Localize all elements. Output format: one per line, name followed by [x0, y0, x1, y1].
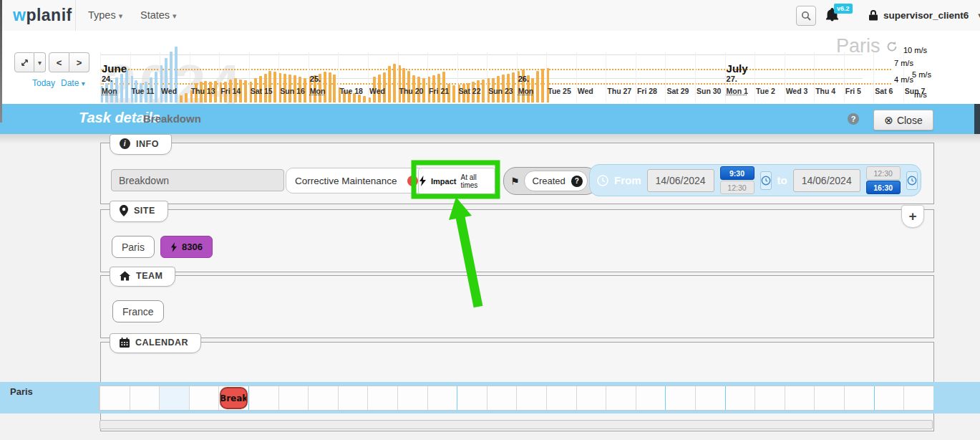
- calendar-day-cell[interactable]: [755, 386, 785, 410]
- day-label: Mon: [309, 87, 326, 95]
- calendar-day-cell[interactable]: [427, 386, 457, 410]
- horizontal-scrollbar[interactable]: [100, 420, 933, 429]
- task-type-field[interactable]: Corrective Maintenance: [286, 168, 426, 193]
- state-group: ⚑ Created ?: [503, 167, 598, 195]
- calendar-day-cell[interactable]: [844, 386, 874, 410]
- help-icon[interactable]: ?: [848, 113, 859, 125]
- to-time-end[interactable]: 16:30: [866, 181, 901, 194]
- task-name-input[interactable]: [111, 169, 284, 191]
- menu-types[interactable]: Types▾: [88, 0, 122, 31]
- expand-options-button[interactable]: ▾: [34, 52, 46, 72]
- day-label: Thu 27: [606, 87, 631, 95]
- calendar-day-cell[interactable]: Break: [218, 386, 248, 410]
- state-button[interactable]: Created ?: [524, 171, 588, 191]
- site-tab: SITE: [110, 201, 168, 222]
- expand-button[interactable]: [14, 52, 34, 72]
- date-link-label: Date: [61, 78, 79, 88]
- bolt-icon: [170, 242, 178, 252]
- map-pin-icon: [120, 205, 128, 216]
- refresh-icon[interactable]: [886, 41, 898, 52]
- previous-button[interactable]: <: [49, 52, 69, 72]
- calendar-day-cell[interactable]: [457, 386, 487, 410]
- team-chip-france[interactable]: France: [112, 300, 164, 322]
- main-content: i INFO Corrective Maintenance Impact At …: [0, 134, 980, 440]
- date-link[interactable]: Date ▾: [61, 78, 85, 88]
- impact-button[interactable]: Impact At all times: [418, 168, 495, 194]
- task-event-pill[interactable]: Break: [220, 387, 248, 409]
- close-button[interactable]: ⊗ Close: [873, 110, 933, 130]
- calendar-day-cell[interactable]: [516, 386, 546, 410]
- chevron-down-icon: ▾: [119, 11, 123, 20]
- home-icon: [120, 271, 130, 281]
- calendar-day-cell[interactable]: [338, 386, 368, 410]
- calendar-icon: [120, 338, 130, 348]
- calendar-day-cell[interactable]: [636, 386, 666, 410]
- timeline-days: June24.MonTue 11WedThu 13Fri 14Sat 15Sun…: [100, 31, 933, 104]
- calendar-day-cell[interactable]: [308, 386, 338, 410]
- calendar-day-cell[interactable]: [278, 386, 309, 410]
- day-label: Mon 1: [725, 87, 748, 95]
- to-time-start[interactable]: 12:30: [866, 166, 901, 180]
- to-time-picker-button[interactable]: [906, 171, 918, 190]
- calendar-day-cell[interactable]: [874, 386, 904, 410]
- lock-icon: [868, 9, 878, 21]
- team-tab-label: TEAM: [136, 271, 162, 281]
- next-button[interactable]: >: [69, 52, 89, 72]
- calendar-day-cell[interactable]: [130, 386, 160, 410]
- task-name-subtitle: Breakdown: [143, 113, 201, 125]
- calendar-day-cell[interactable]: [785, 386, 815, 410]
- user-menu[interactable]: supervisor_client6 ▾: [868, 0, 980, 31]
- calendar-day-cell[interactable]: [397, 386, 427, 410]
- calendar-day-cell[interactable]: [725, 386, 755, 410]
- version-badge: v6.2: [834, 4, 853, 14]
- team-section: TEAM France: [100, 275, 934, 338]
- day-label: Tue 11: [130, 87, 155, 95]
- day-label: Thu 13: [190, 87, 215, 95]
- menu-types-label: Types: [88, 9, 116, 21]
- day-label: Sun 16: [278, 87, 304, 95]
- state-help-icon[interactable]: ?: [571, 176, 583, 187]
- today-link[interactable]: Today: [32, 78, 55, 88]
- week-number-label: 24.: [100, 75, 112, 83]
- calendar-cells: Break: [99, 386, 933, 411]
- calendar-day-cell[interactable]: [814, 386, 844, 410]
- username: supervisor_client6: [883, 10, 969, 21]
- team-tab: TEAM: [110, 267, 175, 287]
- week-number-label: 25.: [309, 75, 321, 83]
- task-details-header: Task details Breakdown ? ⊗ Close: [0, 104, 980, 134]
- calendar-day-cell[interactable]: [159, 386, 189, 410]
- station-name: Paris: [836, 35, 898, 57]
- axis-label-4ms: 4 m/s: [894, 75, 913, 84]
- calendar-day-cell[interactable]: [576, 386, 606, 410]
- add-site-button[interactable]: +: [901, 205, 924, 228]
- station-label: Paris: [836, 35, 880, 57]
- site-section: SITE Paris 8306 +: [100, 209, 934, 272]
- from-time-picker-button[interactable]: [760, 171, 772, 190]
- calendar-day-cell[interactable]: [546, 386, 576, 410]
- from-date-input[interactable]: [647, 169, 714, 192]
- calendar-day-cell[interactable]: [665, 386, 695, 410]
- month-label: July: [725, 62, 748, 75]
- site-chip-paris[interactable]: Paris: [112, 236, 155, 258]
- calendar-day-cell[interactable]: [367, 386, 397, 410]
- day-label: Sat 29: [665, 87, 689, 95]
- calendar-day-cell[interactable]: [903, 386, 933, 410]
- site-chip-8306[interactable]: 8306: [160, 236, 213, 258]
- navbar-divider: [75, 0, 76, 31]
- day-label: Fri 5: [844, 87, 861, 95]
- to-date-input[interactable]: [793, 169, 860, 192]
- calendar-day-cell[interactable]: [695, 386, 725, 410]
- calendar-day-cell[interactable]: [189, 386, 219, 410]
- calendar-day-cell[interactable]: [487, 386, 517, 410]
- logo-prefix: w: [13, 6, 26, 24]
- type-color-dot: [407, 176, 418, 186]
- menu-states[interactable]: States▾: [140, 0, 177, 31]
- from-time-end[interactable]: 12:30: [720, 181, 755, 194]
- search-button[interactable]: [796, 6, 816, 26]
- calendar-day-cell[interactable]: [248, 386, 278, 410]
- calendar-day-cell[interactable]: [606, 386, 636, 410]
- from-time-start[interactable]: 9:30: [720, 166, 755, 180]
- day-label: Sun 30: [695, 87, 721, 95]
- timeline-section: 2024 June24.MonTue 11WedThu 13Fri 14Sat …: [0, 31, 980, 104]
- calendar-day-cell[interactable]: [100, 386, 130, 410]
